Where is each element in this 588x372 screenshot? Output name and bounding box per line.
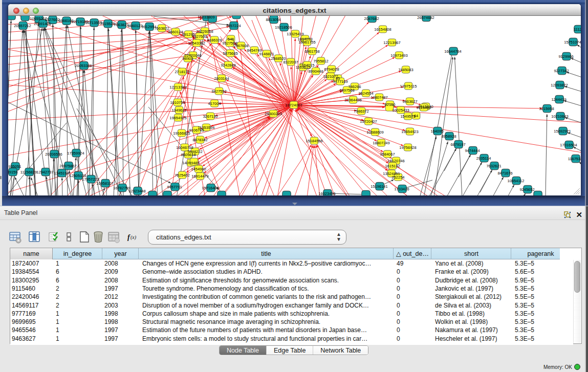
svg-text:98903: 98903 [183, 56, 193, 61]
svg-text:9777169: 9777169 [333, 79, 347, 84]
svg-text:6879197: 6879197 [450, 142, 465, 147]
svg-text:14099489: 14099489 [182, 161, 199, 165]
svg-text:7632621: 7632621 [486, 164, 501, 168]
svg-text:3215958: 3215958 [539, 106, 554, 111]
svg-text:6961758: 6961758 [304, 49, 319, 54]
svg-text:7485083: 7485083 [398, 68, 413, 72]
svg-text:10025433: 10025433 [392, 108, 409, 113]
svg-text:12975115: 12975115 [400, 84, 417, 89]
svg-text:1454980: 1454980 [191, 167, 206, 171]
svg-text:10958107: 10958107 [96, 181, 113, 186]
svg-text:8427552: 8427552 [211, 89, 226, 94]
svg-text:16154808: 16154808 [374, 27, 391, 32]
svg-text:9457791: 9457791 [167, 185, 182, 189]
svg-text:3267130: 3267130 [203, 114, 217, 119]
svg-text:1112: 1112 [574, 27, 581, 32]
svg-text:17016504: 17016504 [560, 143, 577, 147]
svg-text:19654925: 19654925 [169, 116, 186, 120]
svg-text:16644784: 16644784 [444, 49, 461, 54]
svg-text:1349622: 1349622 [171, 108, 186, 113]
svg-text:8471676: 8471676 [497, 171, 512, 176]
svg-text:39159: 39159 [8, 170, 17, 174]
svg-text:16914479: 16914479 [191, 174, 208, 179]
svg-text:20691406: 20691406 [34, 21, 51, 26]
svg-text:16782759: 16782759 [113, 186, 130, 190]
svg-text:9227342: 9227342 [554, 69, 569, 73]
svg-text:1345194: 1345194 [54, 171, 69, 176]
svg-text:164095: 164095 [430, 129, 443, 134]
svg-text:5875685: 5875685 [223, 51, 237, 56]
svg-text:19654923: 19654923 [401, 129, 418, 134]
svg-text:20557212: 20557212 [14, 24, 31, 28]
svg-text:746266: 746266 [348, 84, 361, 89]
svg-text:1615132: 1615132 [385, 164, 400, 168]
svg-text:9084067: 9084067 [380, 152, 395, 157]
svg-text:9129966: 9129966 [558, 54, 573, 59]
svg-text:7663822: 7663822 [154, 26, 169, 31]
svg-text:9463627: 9463627 [402, 99, 417, 104]
svg-text:1733426: 1733426 [394, 187, 409, 191]
svg-text:26574682: 26574682 [417, 16, 434, 20]
svg-text:19756928: 19756928 [399, 145, 416, 150]
svg-text:10543362: 10543362 [188, 41, 205, 46]
svg-text:1549575: 1549575 [400, 114, 415, 119]
svg-text:16023456: 16023456 [318, 191, 335, 196]
svg-text:7986372: 7986372 [354, 109, 368, 114]
svg-text:15196141: 15196141 [371, 184, 387, 189]
svg-text:9115460: 9115460 [417, 105, 431, 110]
svg-text:1164015: 1164015 [300, 63, 315, 68]
svg-text:16120746: 16120746 [387, 159, 404, 163]
svg-text:6794028: 6794028 [324, 67, 339, 72]
svg-text:10210643: 10210643 [551, 114, 568, 119]
svg-text:12213967: 12213967 [383, 40, 400, 45]
svg-text:20053346: 20053346 [75, 63, 92, 68]
svg-text:12923448: 12923448 [128, 189, 145, 193]
svg-text:9474444: 9474444 [465, 148, 480, 153]
svg-text:10973493: 10973493 [390, 53, 407, 58]
svg-text:(x): (x) [130, 234, 137, 240]
svg-text:12213389: 12213389 [169, 85, 186, 90]
svg-text:84: 84 [414, 114, 418, 118]
svg-text:12942737: 12942737 [36, 170, 53, 174]
svg-text:7663821: 7663821 [114, 23, 128, 27]
svg-text:1244419: 1244419 [551, 97, 566, 102]
svg-text:7857224: 7857224 [226, 24, 241, 28]
svg-text:15720407: 15720407 [360, 119, 377, 124]
svg-text:8660124: 8660124 [168, 30, 183, 34]
svg-text:2087682: 2087682 [364, 16, 379, 21]
svg-text:8186328: 8186328 [207, 38, 222, 42]
svg-text:252254: 252254 [391, 175, 404, 180]
svg-text:15716485: 15716485 [202, 186, 219, 190]
svg-text:19166825: 19166825 [173, 131, 190, 136]
svg-text:19218506: 19218506 [275, 25, 292, 30]
svg-text:19724007: 19724007 [285, 103, 302, 107]
svg-text:62160: 62160 [385, 102, 396, 107]
svg-text:8660123: 8660123 [127, 24, 142, 28]
svg-text:7955812: 7955812 [313, 59, 328, 63]
svg-text:8878342: 8878342 [192, 138, 207, 142]
svg-text:9146821: 9146821 [259, 52, 274, 56]
svg-text:9242848: 9242848 [221, 63, 235, 68]
svg-text:10654112: 10654112 [508, 179, 525, 183]
svg-text:9106745: 9106745 [189, 128, 204, 133]
svg-text:15692971: 15692971 [554, 129, 571, 134]
svg-text:17359924: 17359924 [67, 151, 84, 156]
svg-text:1167534: 1167534 [568, 157, 581, 161]
svg-text:16033809: 16033809 [198, 16, 214, 19]
svg-text:8813054: 8813054 [266, 17, 280, 22]
svg-text:9245652: 9245652 [519, 187, 534, 192]
svg-text:15184556: 15184556 [306, 139, 322, 143]
svg-text:18807249: 18807249 [373, 141, 389, 145]
svg-text:8322037: 8322037 [283, 60, 298, 64]
svg-text:25300203: 25300203 [265, 112, 281, 116]
svg-text:10688609: 10688609 [366, 130, 383, 135]
svg-text:8605618: 8605618 [181, 152, 195, 157]
svg-text:23226058: 23226058 [196, 29, 213, 34]
svg-text:417004: 417004 [208, 101, 221, 106]
svg-text:7625402: 7625402 [175, 173, 189, 178]
svg-text:935051: 935051 [8, 164, 21, 169]
svg-text:20206536: 20206536 [45, 152, 62, 157]
svg-text:2967608: 2967608 [233, 43, 248, 48]
svg-text:21364436: 21364436 [344, 98, 361, 102]
svg-text:1010755: 1010755 [170, 100, 185, 105]
